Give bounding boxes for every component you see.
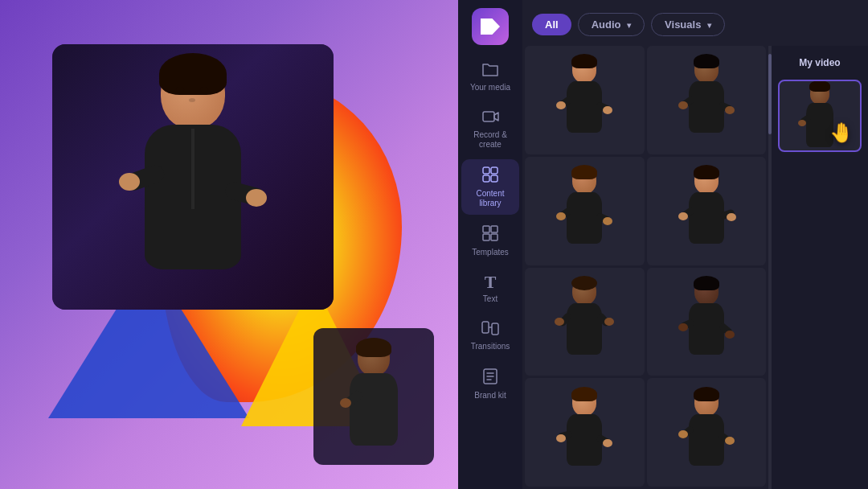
content-library-icon [481, 166, 499, 186]
svg-rect-7 [483, 234, 489, 240]
svg-rect-9 [482, 322, 489, 333]
small-avatar-body [350, 373, 398, 446]
sidebar-item-templates[interactable]: Templates [461, 218, 519, 264]
filter-bar: All Audio ▾ Visuals ▾ [522, 0, 868, 46]
text-icon: T [485, 273, 497, 291]
audio-chevron-icon: ▾ [627, 21, 631, 30]
main-avatar-card [52, 44, 334, 310]
preview-panel: My video 🤚 [772, 46, 868, 489]
content-area: All Audio ▾ Visuals ▾ [522, 0, 868, 489]
cursor-hand-icon: 🤚 [829, 121, 854, 144]
folder-icon [481, 61, 499, 80]
grid-and-preview: My video 🤚 [522, 46, 868, 489]
grid-cell-3[interactable] [525, 157, 645, 265]
mini-avatar-2 [678, 55, 735, 144]
sidebar-item-record-create[interactable]: Record &create [461, 102, 519, 156]
small-avatar-card [313, 328, 434, 465]
filter-audio-button[interactable]: Audio ▾ [578, 13, 645, 36]
small-avatar-inner [334, 336, 414, 457]
transitions-icon [481, 320, 499, 339]
mini-avatar-4 [678, 166, 735, 255]
sidebar-item-label-brand-kit: Brand kit [474, 391, 506, 401]
app-logo[interactable] [472, 8, 509, 45]
mini-avatar-3 [556, 166, 612, 255]
grid-cell-2[interactable] [647, 46, 767, 154]
svg-rect-10 [492, 323, 498, 335]
left-preview-area [0, 0, 458, 489]
templates-icon [481, 224, 499, 244]
mini-avatar-8 [678, 388, 735, 477]
svg-rect-1 [483, 167, 489, 174]
brand-kit-icon [482, 368, 498, 388]
sidebar-item-label-text: Text [483, 294, 497, 304]
visuals-chevron-icon: ▾ [707, 21, 711, 30]
grid-cell-4[interactable] [647, 157, 767, 265]
sidebar-item-label-your-media: Your media [470, 83, 510, 92]
grid-cell-1[interactable] [525, 46, 645, 154]
sidebar: Your media Record &create Contentlib [458, 0, 522, 489]
filter-visuals-label: Visuals [665, 18, 701, 31]
sidebar-item-label-templates: Templates [472, 248, 509, 257]
filter-visuals-button[interactable]: Visuals ▾ [651, 13, 725, 36]
avatar-grid [522, 46, 768, 489]
filter-audio-label: Audio [592, 18, 621, 31]
mini-avatar-6 [678, 277, 735, 366]
mini-avatar-5 [556, 277, 612, 366]
sidebar-item-label-record-create: Record &create [473, 130, 507, 150]
mini-avatar-1 [556, 55, 612, 144]
svg-rect-3 [483, 175, 489, 182]
sidebar-item-transitions[interactable]: Transitions [461, 314, 519, 358]
filter-all-button[interactable]: All [532, 14, 571, 35]
svg-rect-0 [483, 112, 494, 121]
record-icon [481, 109, 499, 127]
sidebar-item-text[interactable]: T Text [461, 267, 519, 310]
logo-shape [481, 18, 500, 35]
sidebar-item-content-library[interactable]: Contentlibrary [461, 159, 519, 215]
sidebar-item-label-transitions: Transitions [471, 342, 510, 351]
right-panel: Your media Record &create Contentlib [458, 0, 868, 489]
sidebar-item-your-media[interactable]: Your media [461, 55, 519, 99]
grid-cell-7[interactable] [525, 378, 645, 487]
small-avatar-hair [356, 338, 391, 357]
mini-avatar-7 [556, 388, 612, 477]
grid-cell-8[interactable] [647, 378, 767, 487]
preview-panel-label: My video [772, 46, 868, 76]
sidebar-item-label-content-library: Contentlibrary [476, 189, 504, 208]
svg-rect-2 [491, 167, 497, 174]
svg-rect-4 [491, 175, 497, 182]
preview-thumbnail[interactable]: 🤚 [778, 80, 862, 152]
svg-rect-5 [483, 226, 489, 232]
grid-cell-5[interactable] [525, 268, 645, 376]
svg-rect-6 [491, 226, 497, 232]
svg-rect-8 [491, 234, 497, 240]
grid-cell-6[interactable] [647, 268, 767, 376]
main-avatar-figure [113, 48, 273, 306]
sidebar-item-brand-kit[interactable]: Brand kit [461, 361, 519, 407]
small-avatar-hand [340, 398, 351, 408]
